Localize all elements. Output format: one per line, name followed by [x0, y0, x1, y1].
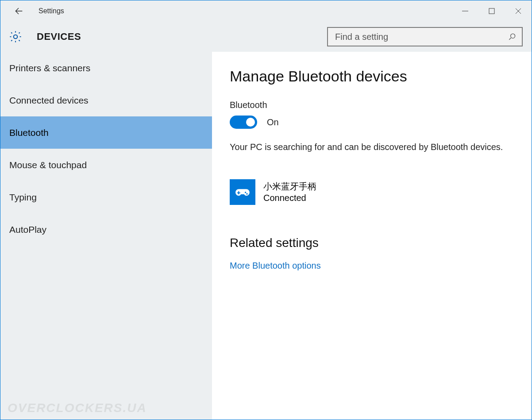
- toggle-state: On: [267, 117, 279, 127]
- svg-point-5: [511, 34, 515, 38]
- sidebar-item-label: Mouse & touchpad: [9, 160, 87, 170]
- window-title: Settings: [39, 7, 64, 15]
- gamepad-icon: [230, 179, 255, 205]
- more-bluetooth-options-link[interactable]: More Bluetooth options: [230, 261, 514, 271]
- sidebar-item-connected-devices[interactable]: Connected devices: [0, 84, 212, 116]
- bluetooth-toggle[interactable]: [230, 116, 257, 129]
- device-status: Connected: [263, 192, 316, 204]
- sidebar-item-label: AutoPlay: [9, 224, 46, 235]
- search-box[interactable]: [327, 27, 523, 46]
- sidebar-item-label: Printers & scanners: [9, 63, 90, 73]
- svg-line-6: [509, 38, 511, 40]
- maximize-icon: [489, 8, 495, 14]
- sidebar-item-bluetooth[interactable]: Bluetooth: [0, 116, 212, 149]
- sidebar-item-printers[interactable]: Printers & scanners: [0, 52, 212, 84]
- search-icon: [508, 32, 517, 41]
- device-info: 小米蓝牙手柄 Connected: [263, 181, 316, 204]
- back-button[interactable]: [11, 4, 26, 19]
- related-settings-heading: Related settings: [230, 236, 514, 250]
- sidebar-item-mouse-touchpad[interactable]: Mouse & touchpad: [0, 149, 212, 181]
- bluetooth-toggle-row: On: [230, 116, 514, 129]
- svg-point-4: [14, 35, 18, 39]
- gear-icon: [8, 30, 23, 44]
- search-input[interactable]: [334, 31, 508, 42]
- main-area: Printers & scanners Connected devices Bl…: [0, 52, 532, 420]
- section-header: DEVICES: [0, 22, 532, 52]
- minimize-icon: [462, 8, 468, 14]
- content-pane: Manage Bluetooth devices Bluetooth On Yo…: [212, 52, 532, 420]
- close-icon: [515, 8, 521, 14]
- page-title: Manage Bluetooth devices: [230, 68, 514, 85]
- maximize-button[interactable]: [478, 0, 505, 22]
- close-button[interactable]: [505, 0, 532, 22]
- toggle-label: Bluetooth: [230, 100, 514, 110]
- toggle-knob: [246, 118, 255, 127]
- device-item[interactable]: 小米蓝牙手柄 Connected: [230, 179, 514, 205]
- window-controls: [452, 0, 532, 22]
- sidebar-item-autoplay[interactable]: AutoPlay: [0, 213, 212, 246]
- sidebar: Printers & scanners Connected devices Bl…: [0, 52, 212, 420]
- sidebar-item-label: Connected devices: [9, 95, 89, 106]
- sidebar-item-typing[interactable]: Typing: [0, 181, 212, 213]
- arrow-left-icon: [14, 7, 23, 15]
- device-name: 小米蓝牙手柄: [263, 181, 316, 192]
- minimize-button[interactable]: [452, 0, 478, 22]
- section-title: DEVICES: [37, 31, 81, 42]
- sidebar-item-label: Bluetooth: [9, 127, 49, 138]
- titlebar: Settings: [0, 0, 532, 22]
- svg-rect-1: [489, 8, 494, 14]
- status-text: Your PC is searching for and can be disc…: [230, 140, 514, 154]
- sidebar-item-label: Typing: [9, 192, 37, 203]
